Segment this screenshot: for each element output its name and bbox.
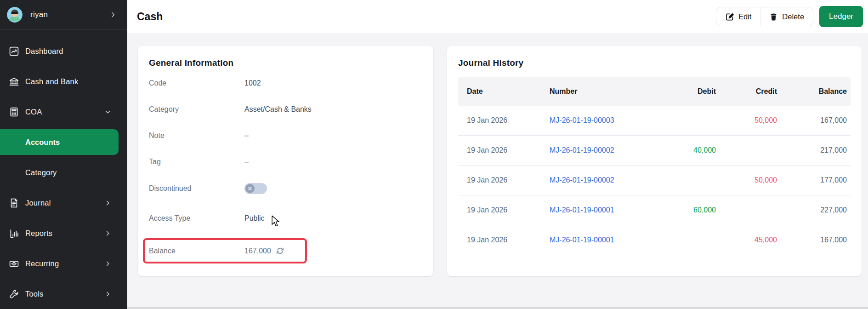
table-header-row: Date Number Debit Credit Balance: [458, 77, 851, 106]
sidebar-item-label: Recurring: [25, 259, 59, 268]
cell-date: 19 Jan 2026: [467, 146, 550, 154]
balance-value-group: 167,000: [244, 246, 284, 255]
page-header: Cash Edit: [127, 0, 868, 33]
cell-debit: 60,000: [661, 206, 716, 214]
sidebar-item-cash-and-bank[interactable]: Cash and Bank: [0, 66, 127, 97]
cell-date: 19 Jan 2026: [467, 176, 550, 184]
field-label: Note: [149, 132, 244, 140]
chevron-right-icon: [105, 291, 111, 297]
trash-icon: [769, 12, 778, 21]
user-profile[interactable]: riyan: [0, 0, 127, 30]
edit-button[interactable]: Edit: [716, 7, 760, 26]
cell-balance: 167,000: [777, 236, 847, 244]
field-label: Balance: [149, 247, 244, 255]
sidebar-item-tools[interactable]: Tools: [0, 279, 127, 309]
field-value: –: [244, 132, 249, 140]
sidebar-item-journal[interactable]: Journal: [0, 188, 127, 218]
sidebar-item-label: Reports: [25, 229, 52, 238]
edit-delete-button-group: Edit Delete: [716, 7, 813, 26]
cell-balance: 167,000: [777, 116, 847, 125]
cell-balance: 217,000: [777, 146, 847, 154]
tools-icon: [8, 288, 19, 299]
page-title: Cash: [137, 11, 163, 23]
field-value: 1002: [244, 79, 261, 87]
cell-date: 19 Jan 2026: [467, 206, 550, 214]
column-header-number: Number: [550, 87, 661, 96]
field-row-tag: Tag –: [149, 149, 422, 175]
field-value: Asset/Cash & Banks: [244, 105, 312, 114]
edit-button-label: Edit: [738, 12, 751, 21]
sidebar-item-recurring[interactable]: Recurring: [0, 248, 127, 279]
cell-debit: 40,000: [661, 146, 716, 154]
column-header-credit: Credit: [716, 87, 777, 96]
field-label: Code: [149, 79, 244, 87]
chevron-down-icon: [105, 109, 111, 115]
column-header-date: Date: [467, 87, 550, 96]
sidebar: riyan Dashboard Cash: [0, 0, 127, 309]
table-row: 19 Jan 2026 MJ-26-01-19-00002 50,000 177…: [458, 166, 851, 195]
sidebar-item-accounts[interactable]: Accounts: [0, 129, 119, 155]
calculator-icon: [8, 106, 19, 117]
content-area: General Information Code 1002 Category A…: [127, 33, 868, 276]
column-header-balance: Balance: [777, 87, 847, 96]
sidebar-item-dashboard[interactable]: Dashboard: [0, 36, 127, 66]
field-row-category: Category Asset/Cash & Banks: [149, 96, 422, 122]
cell-balance: 227,000: [777, 206, 847, 214]
general-information-card: General Information Code 1002 Category A…: [138, 46, 433, 276]
sidebar-item-coa[interactable]: COA: [0, 97, 127, 127]
table-row: 19 Jan 2026 MJ-26-01-19-00003 50,000 167…: [458, 106, 851, 136]
journal-number-link[interactable]: MJ-26-01-19-00003: [550, 116, 614, 124]
sidebar-item-category[interactable]: Category: [0, 157, 127, 188]
chevron-right-icon: [105, 230, 111, 236]
field-row-access-type: Access Type Public: [149, 202, 422, 235]
cell-balance: 177,000: [777, 176, 847, 184]
recurring-icon: [8, 258, 19, 269]
field-label: Discontinued: [149, 184, 244, 193]
app-root: riyan Dashboard Cash: [0, 0, 868, 309]
chevron-right-icon: [105, 261, 111, 267]
chevron-right-icon: [105, 200, 111, 206]
journal-number-link[interactable]: MJ-26-01-19-00001: [550, 236, 614, 244]
ledger-button[interactable]: Ledger: [819, 6, 863, 27]
chevron-right-icon: [110, 11, 116, 18]
sidebar-item-label: COA: [25, 108, 42, 116]
journal-number-link[interactable]: MJ-26-01-19-00002: [550, 146, 614, 154]
sidebar-item-reports[interactable]: Reports: [0, 218, 127, 248]
field-value: 167,000: [244, 247, 271, 255]
cell-date: 19 Jan 2026: [467, 116, 550, 125]
field-label: Access Type: [149, 214, 244, 223]
field-row-note: Note –: [149, 122, 422, 149]
discontinued-toggle[interactable]: [244, 183, 267, 194]
table-row: 19 Jan 2026 MJ-26-01-19-00002 40,000 217…: [458, 136, 851, 166]
cell-credit: 50,000: [716, 176, 777, 184]
journal-history-table: Date Number Debit Credit Balance 19 Jan …: [458, 77, 851, 255]
user-name: riyan: [30, 10, 48, 19]
journal-icon: [8, 197, 19, 208]
journal-number-link[interactable]: MJ-26-01-19-00002: [550, 176, 614, 184]
dashboard-icon: [8, 46, 19, 57]
sidebar-item-label: Cash and Bank: [25, 77, 78, 86]
journal-history-card: Journal History Date Number Debit Credit…: [447, 46, 862, 276]
header-actions: Edit Delete Ledger: [716, 6, 863, 27]
cell-date: 19 Jan 2026: [467, 236, 550, 244]
journal-number-link[interactable]: MJ-26-01-19-00001: [550, 206, 614, 214]
sidebar-item-label: Journal: [25, 199, 51, 207]
refresh-icon[interactable]: [276, 246, 284, 255]
cell-credit: 45,000: [716, 236, 777, 244]
cell-credit: 50,000: [716, 116, 777, 125]
field-label: Category: [149, 105, 244, 114]
sidebar-item-label: Category: [25, 168, 57, 177]
field-row-discontinued: Discontinued: [149, 175, 422, 202]
field-row-code: Code 1002: [149, 70, 422, 96]
delete-button-label: Delete: [782, 12, 804, 21]
sidebar-item-label: Dashboard: [25, 47, 63, 56]
card-title: Journal History: [458, 56, 851, 70]
main-area: Cash Edit: [127, 0, 868, 309]
table-row: 19 Jan 2026 MJ-26-01-19-00001 45,000 167…: [458, 225, 851, 255]
delete-button[interactable]: Delete: [760, 7, 813, 26]
sidebar-item-label: Accounts: [25, 138, 60, 147]
sidebar-menu: Dashboard Cash and Bank COA: [0, 30, 127, 309]
reports-icon: [8, 228, 19, 239]
horizontal-scrollbar[interactable]: [127, 307, 868, 309]
field-value: –: [244, 158, 249, 166]
